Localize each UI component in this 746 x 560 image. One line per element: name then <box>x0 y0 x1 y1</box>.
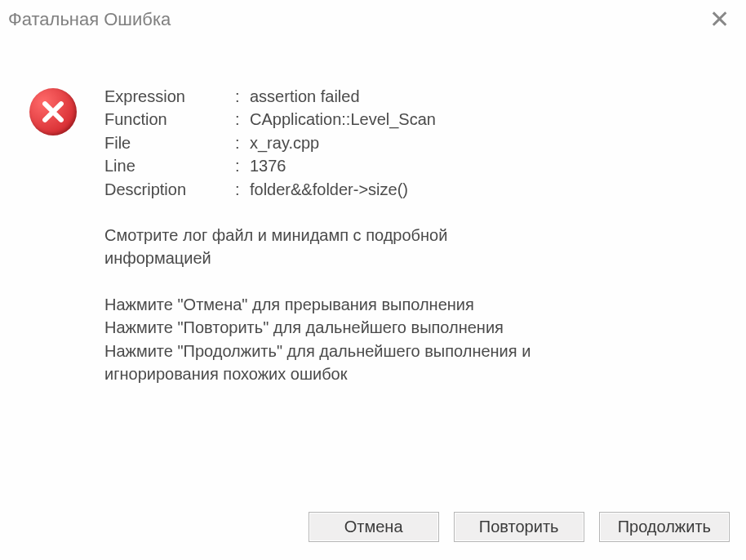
hint-continue2: игнорирования похожих ошибок <box>104 362 726 385</box>
close-icon[interactable]: ✕ <box>704 7 735 32</box>
titlebar: Фатальная Ошибка ✕ <box>0 0 746 36</box>
field-expression: Expression : assertion failed <box>104 85 726 108</box>
continue-button[interactable]: Продолжить <box>599 512 730 542</box>
label-file: File <box>104 131 235 154</box>
label-description: Description <box>104 178 235 201</box>
button-row: Отмена Повторить Продолжить <box>0 499 746 560</box>
label-function: Function <box>104 108 235 131</box>
error-icon <box>29 88 77 136</box>
field-line: Line : 1376 <box>104 154 726 177</box>
sep: : <box>235 131 250 154</box>
error-dialog: Фатальная Ошибка ✕ Expression : assertio… <box>0 0 746 560</box>
field-file: File : x_ray.cpp <box>104 131 726 154</box>
dialog-body: Expression : assertion failed Function :… <box>0 36 746 499</box>
hint-cancel: Нажмите "Отмена" для прерывания выполнен… <box>104 293 726 316</box>
hint-continue1: Нажмите "Продолжить" для дальнейшего вып… <box>104 340 726 362</box>
hint-log: Смотрите лог файл и минидамп с подробной… <box>104 224 726 270</box>
hint-log-line1: Смотрите лог файл и минидамп с подробной <box>104 224 726 247</box>
value-expression: assertion failed <box>250 85 726 108</box>
value-description: folder&&folder->size() <box>250 178 726 201</box>
icon-column <box>29 85 104 482</box>
sep: : <box>235 154 250 177</box>
value-function: CApplication::Level_Scan <box>250 108 726 131</box>
sep: : <box>235 178 250 201</box>
label-line: Line <box>104 154 235 177</box>
dialog-title: Фатальная Ошибка <box>8 9 171 30</box>
cancel-button[interactable]: Отмена <box>309 512 439 542</box>
sep: : <box>235 85 250 108</box>
retry-button[interactable]: Повторить <box>454 512 584 542</box>
label-expression: Expression <box>104 85 235 108</box>
sep: : <box>235 108 250 131</box>
hint-retry: Нажмите "Повторить" для дальнейшего выпо… <box>104 316 726 339</box>
message-column: Expression : assertion failed Function :… <box>104 85 726 482</box>
field-description: Description : folder&&folder->size() <box>104 178 726 201</box>
value-line: 1376 <box>250 154 726 177</box>
hint-buttons: Нажмите "Отмена" для прерывания выполнен… <box>104 293 726 386</box>
value-file: x_ray.cpp <box>250 131 726 154</box>
hint-log-line2: информацией <box>104 247 726 269</box>
field-function: Function : CApplication::Level_Scan <box>104 108 726 131</box>
